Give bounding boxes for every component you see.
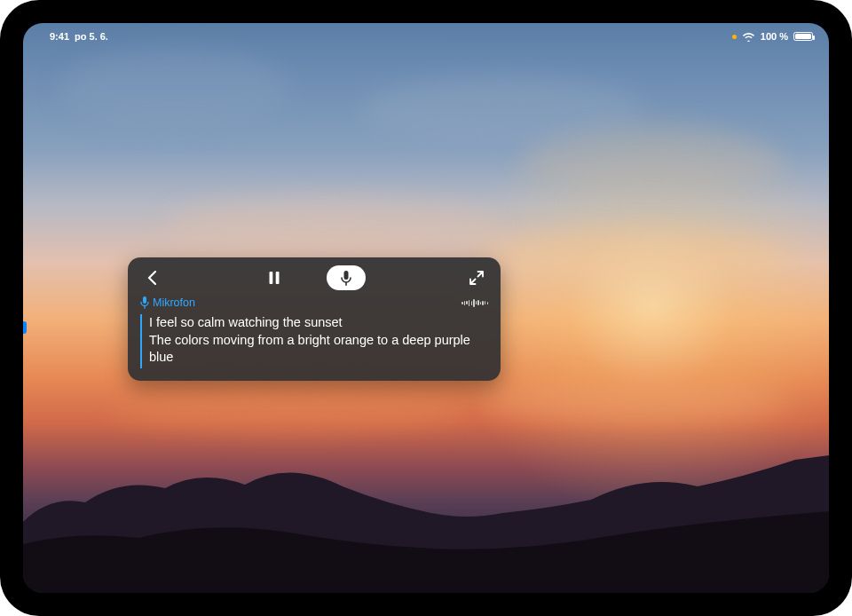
status-date: po 5. 6. <box>75 31 108 42</box>
battery-text: 100 % <box>761 31 788 42</box>
live-caption-panel: Mikrofon I feel so calm watching the sun… <box>128 257 501 381</box>
expand-button[interactable] <box>465 266 488 289</box>
transcript-line: I feel so calm watching the sunset <box>149 314 488 332</box>
microphone-icon <box>341 271 351 286</box>
svg-rect-0 <box>270 272 273 284</box>
cloud-decoration <box>59 50 289 130</box>
pause-button[interactable] <box>263 266 286 289</box>
battery-icon <box>793 32 813 41</box>
audio-source-label[interactable]: Mikrofon <box>140 296 195 309</box>
wifi-icon <box>742 32 755 42</box>
side-indicator <box>23 321 27 334</box>
transcript-line: The colors moving from a bright orange t… <box>149 332 488 367</box>
microphone-small-icon <box>140 296 149 309</box>
mic-indicator-dot <box>732 35 737 39</box>
chevron-left-icon <box>147 271 157 285</box>
status-bar: 9:41 po 5. 6. 100 % <box>23 28 829 45</box>
foreground-silhouette <box>23 371 829 593</box>
cloud-decoration <box>485 232 786 280</box>
microphone-toggle-button[interactable] <box>327 265 366 290</box>
waveform-indicator <box>462 298 488 307</box>
ipad-screen: 9:41 po 5. 6. 100 % <box>23 23 829 593</box>
svg-rect-2 <box>344 271 349 280</box>
cloud-decoration <box>165 196 502 249</box>
expand-icon <box>469 271 484 285</box>
cloud-decoration <box>520 130 786 192</box>
status-time: 9:41 <box>50 31 69 42</box>
ipad-device-frame: 9:41 po 5. 6. 100 % <box>0 0 852 616</box>
svg-rect-1 <box>276 272 280 284</box>
back-button[interactable] <box>140 266 163 289</box>
transcript-block: I feel so calm watching the sunset The c… <box>140 314 488 368</box>
pause-icon <box>269 272 280 284</box>
audio-source-text: Mikrofon <box>153 296 195 309</box>
svg-rect-4 <box>143 296 146 304</box>
